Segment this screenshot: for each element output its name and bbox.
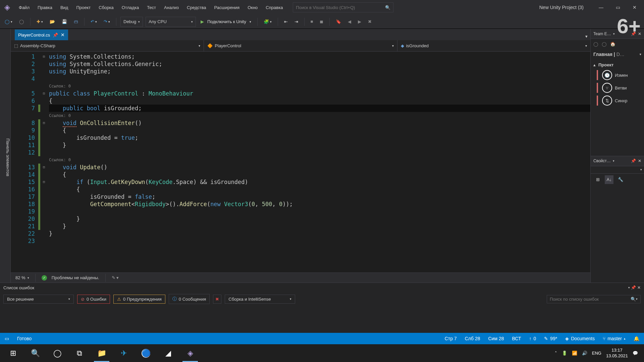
- volume-icon[interactable]: 🔊: [582, 351, 587, 356]
- prev-bookmark-icon[interactable]: ◀: [346, 17, 353, 26]
- prop-pages-icon[interactable]: 🔧: [616, 175, 625, 184]
- tree-project-node[interactable]: ▴ Проект: [591, 61, 644, 69]
- window-icon[interactable]: ▭: [5, 336, 9, 341]
- config-dropdown[interactable]: Debug▾: [120, 17, 143, 27]
- menu-справка[interactable]: Справка: [262, 3, 287, 12]
- status-col[interactable]: Слб 28: [465, 336, 480, 341]
- explorer-icon[interactable]: 📁: [91, 344, 113, 362]
- comment-icon[interactable]: ≡: [309, 17, 315, 26]
- file-tab-playercontrol[interactable]: PlayerControl.cs 📌 ✕: [15, 29, 68, 40]
- search-taskbar-icon[interactable]: 🔍: [24, 344, 46, 362]
- platform-dropdown[interactable]: Any CPU▾: [146, 17, 196, 27]
- status-branch[interactable]: ⑂master▴: [603, 336, 626, 341]
- cortana-icon[interactable]: ◯: [46, 344, 68, 362]
- close-icon[interactable]: ✕: [637, 285, 641, 290]
- back-button[interactable]: ◯▾: [3, 17, 14, 26]
- error-search-input[interactable]: [550, 297, 631, 302]
- properties-header[interactable]: Свойст…▾ 📌 ✕: [591, 156, 644, 166]
- status-insert[interactable]: ВСТ: [512, 336, 521, 341]
- pin-icon[interactable]: 📌: [53, 33, 58, 38]
- save-all-button[interactable]: 🗃: [72, 17, 80, 26]
- taskview-icon[interactable]: ⧉: [68, 344, 91, 362]
- categorized-icon[interactable]: ⊞: [593, 175, 602, 184]
- menu-тест[interactable]: Тест: [143, 3, 160, 12]
- open-button[interactable]: 📂: [48, 17, 57, 26]
- save-button[interactable]: 💾: [60, 17, 69, 26]
- status-char[interactable]: Сим 28: [488, 336, 504, 341]
- new-item-button[interactable]: ✚▾: [35, 17, 45, 26]
- home-icon[interactable]: 🏠: [610, 42, 615, 47]
- branch-icon: ⑂: [602, 83, 612, 93]
- status-line[interactable]: Стр 7: [445, 336, 457, 341]
- code-editor[interactable]: 1234567891011121314151617181920212223 ⊟⊟…: [11, 52, 590, 273]
- vs-tools-icon[interactable]: 🧩▾: [262, 17, 274, 26]
- minimize-button[interactable]: —: [594, 2, 608, 12]
- zoom-dropdown[interactable]: 82 %▾: [15, 275, 29, 280]
- tree-item-clock[interactable]: 🕓Измен: [591, 69, 644, 81]
- menu-окно[interactable]: Окно: [244, 3, 262, 12]
- clear-bookmark-icon[interactable]: ✖: [366, 17, 374, 26]
- tree-item-sync[interactable]: ⇅Синхр: [591, 94, 644, 107]
- pin-icon[interactable]: 📌: [631, 159, 636, 163]
- menu-анализ[interactable]: Анализ: [160, 3, 183, 12]
- action-center-icon[interactable]: 💬: [633, 351, 638, 356]
- wifi-icon[interactable]: 📶: [572, 351, 577, 356]
- notifications-icon[interactable]: 🔔: [634, 336, 639, 341]
- global-search[interactable]: 🔍: [293, 2, 393, 12]
- menu-средства[interactable]: Средства: [183, 3, 210, 12]
- clock[interactable]: 13:1713.05.2021: [606, 348, 628, 359]
- nav-member-dropdown[interactable]: ◆ isGrounded▾: [397, 40, 590, 51]
- menu-отладка[interactable]: Отладка: [118, 3, 143, 12]
- build-intellisense-icon[interactable]: ✖: [213, 295, 221, 304]
- uncomment-icon[interactable]: ≣: [318, 17, 325, 26]
- tabs-overflow-icon[interactable]: ▾: [583, 33, 590, 40]
- tab-close-icon[interactable]: ✕: [61, 32, 65, 38]
- status-repo[interactable]: ◈Documents: [565, 336, 595, 341]
- redo-button[interactable]: ↷▾: [102, 17, 112, 26]
- forward-button[interactable]: ◯: [17, 17, 26, 26]
- alphabetical-icon[interactable]: A↓: [605, 175, 613, 184]
- error-filter-dropdown[interactable]: Все решение▾: [3, 295, 74, 304]
- maximize-button[interactable]: ▭: [611, 2, 625, 12]
- language-indicator[interactable]: ENG: [592, 351, 601, 356]
- menu-вид[interactable]: Вид: [56, 3, 72, 12]
- battery-icon[interactable]: 🔋: [562, 351, 567, 356]
- menu-проект[interactable]: Проект: [72, 3, 95, 12]
- close-button[interactable]: ✕: [628, 2, 641, 12]
- team-section-header[interactable]: Главная | D… ▾: [591, 49, 644, 60]
- global-search-input[interactable]: [296, 5, 385, 10]
- tray-expand-icon[interactable]: ˄: [555, 351, 557, 356]
- forward-icon[interactable]: ◯: [602, 42, 607, 47]
- menu-сборка[interactable]: Сборка: [95, 3, 118, 12]
- error-search[interactable]: 🔍▾: [547, 295, 641, 303]
- unity-icon[interactable]: ◢: [157, 344, 179, 362]
- menu-расширения[interactable]: Расширения: [210, 3, 244, 12]
- status-changes[interactable]: ✎99*: [544, 336, 557, 341]
- toolbox-sidebar[interactable]: Панель элементов: [0, 29, 11, 283]
- chrome-icon[interactable]: 🔵: [135, 344, 157, 362]
- pin-icon[interactable]: 📌: [631, 285, 636, 290]
- indent-icon[interactable]: ⇥: [292, 17, 300, 26]
- pen-icon[interactable]: ✎ ▾: [112, 275, 119, 280]
- bookmark-icon[interactable]: 🔖: [334, 17, 343, 26]
- menu-файл[interactable]: Файл: [15, 3, 34, 12]
- back-icon[interactable]: ◯: [593, 42, 598, 47]
- close-icon[interactable]: ✕: [638, 159, 641, 163]
- outdent-icon[interactable]: ⇤: [282, 17, 290, 26]
- status-publish[interactable]: ↑0: [529, 336, 536, 341]
- start-button[interactable]: ⊞: [2, 344, 24, 362]
- undo-button[interactable]: ↶▾: [89, 17, 99, 26]
- error-source-dropdown[interactable]: Сборка и IntelliSense▾: [225, 295, 295, 304]
- messages-button[interactable]: ⓘ0 Сообщения: [169, 294, 210, 304]
- warnings-button[interactable]: ⚠0 Предупреждения: [113, 295, 165, 304]
- telegram-icon[interactable]: ✈: [113, 344, 135, 362]
- panel-options-icon[interactable]: ▾: [628, 286, 630, 289]
- next-bookmark-icon[interactable]: ▶: [356, 17, 363, 26]
- attach-unity-button[interactable]: ▶ Подключить к Unity ▾: [199, 17, 253, 26]
- vs-taskbar-icon[interactable]: ◈: [179, 344, 201, 362]
- tree-item-branch[interactable]: ⑂Ветви: [591, 81, 644, 94]
- nav-scope-dropdown[interactable]: ⬚ Assembly-CSharp▾: [11, 40, 204, 51]
- menu-правка[interactable]: Правка: [34, 3, 56, 12]
- errors-button[interactable]: ⊘0 Ошибки: [77, 295, 110, 304]
- nav-class-dropdown[interactable]: 🔶 PlayerControl▾: [204, 40, 397, 51]
